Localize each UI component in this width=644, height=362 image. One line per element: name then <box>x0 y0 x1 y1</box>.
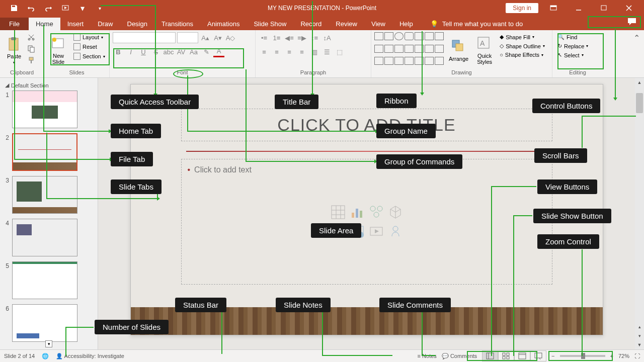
shapes-gallery[interactable] <box>374 32 444 68</box>
replace-button[interactable]: ↻Replace▾ <box>555 42 590 50</box>
comments-button[interactable]: 💬 Comments <box>442 353 477 359</box>
thumbnail-nav-dropdown[interactable]: ▾ <box>45 340 52 347</box>
tab-help[interactable]: Help <box>392 18 420 30</box>
shape-hex-icon[interactable] <box>394 45 404 53</box>
shape-brace-icon[interactable] <box>425 45 434 53</box>
slideshow-view-button[interactable] <box>530 350 546 361</box>
spacing-button[interactable]: AV <box>176 46 187 57</box>
zoom-out-button[interactable]: − <box>551 353 554 359</box>
tab-home[interactable]: Home <box>29 18 60 30</box>
maximize-button[interactable] <box>594 1 614 15</box>
format-painter-icon[interactable] <box>27 56 35 66</box>
shape-curve-icon[interactable] <box>374 57 383 65</box>
fit-to-window-button[interactable]: ⛶ <box>634 353 640 359</box>
highlight-button[interactable]: ✎ <box>201 46 212 57</box>
line-spacing-button[interactable]: ↕≡ <box>309 32 320 43</box>
normal-view-button[interactable] <box>482 350 498 361</box>
tab-view[interactable]: View <box>364 18 392 30</box>
reset-button[interactable]: Reset <box>71 43 107 51</box>
strikethrough-button[interactable]: S̶ <box>150 46 162 57</box>
align-text-button[interactable]: ☰ <box>321 46 333 57</box>
slide-thumbnail-4[interactable] <box>12 219 77 256</box>
shape-arrow2-icon[interactable] <box>405 45 414 53</box>
font-size-select[interactable] <box>177 32 198 43</box>
slide-thumbnail-2[interactable] <box>12 133 77 171</box>
shape-action-icon[interactable] <box>425 57 434 65</box>
insert-chart-icon[interactable] <box>348 203 366 221</box>
underline-button[interactable]: U <box>138 46 149 57</box>
qat-dropdown-icon[interactable]: ▾ <box>78 4 87 12</box>
italic-button[interactable]: I <box>125 46 136 57</box>
tab-draw[interactable]: Draw <box>91 18 120 30</box>
section-button[interactable]: Section▾ <box>71 52 107 60</box>
new-slide-button[interactable]: New Slide <box>47 32 69 68</box>
sign-in-button[interactable]: Sign in <box>506 3 538 13</box>
copy-icon[interactable] <box>27 45 35 55</box>
slide-thumbnail-3[interactable] <box>12 176 77 214</box>
close-button[interactable] <box>619 1 639 15</box>
decrease-indent-button[interactable]: ◀≡ <box>284 32 295 43</box>
zoom-in-button[interactable]: + <box>610 353 613 359</box>
shape-brace2-icon[interactable] <box>435 45 444 53</box>
shape-expand-icon[interactable] <box>435 57 444 65</box>
shape-penta-icon[interactable] <box>384 45 393 53</box>
shape-oval-icon[interactable] <box>394 32 404 40</box>
insert-3d-icon[interactable] <box>386 203 405 221</box>
arrange-button[interactable]: Arrange <box>446 32 471 68</box>
insert-video-icon[interactable] <box>367 222 385 240</box>
redo-icon[interactable] <box>44 4 52 12</box>
undo-icon[interactable] <box>27 4 35 12</box>
shape-star2-icon[interactable] <box>405 57 414 65</box>
shape-fill-button[interactable]: ◆Shape Fill▾ <box>498 33 547 41</box>
comments-pane-icon[interactable] <box>627 18 636 30</box>
shape-line-icon[interactable] <box>374 32 383 40</box>
align-right-button[interactable]: ≡ <box>284 46 295 57</box>
minimize-button[interactable] <box>569 1 589 15</box>
shape-tri-icon[interactable] <box>374 45 383 53</box>
ribbon-display-icon[interactable] <box>543 1 564 15</box>
content-placeholder[interactable]: Click to add text <box>181 159 552 285</box>
save-icon[interactable] <box>10 4 18 12</box>
text-direction-button[interactable]: ↕A <box>321 32 333 43</box>
collapse-ribbon-icon[interactable]: ⌃ <box>633 33 640 43</box>
title-placeholder[interactable]: CLICK TO ADD TITLE <box>181 109 552 141</box>
slide-thumbnail-1[interactable] <box>12 90 77 128</box>
align-left-button[interactable]: ≡ <box>259 46 270 57</box>
numbering-button[interactable]: 1≡ <box>271 32 282 43</box>
shape-conn-icon[interactable] <box>384 57 393 65</box>
reading-view-button[interactable] <box>514 350 530 361</box>
tab-insert[interactable]: Insert <box>60 18 91 30</box>
slide-counter[interactable]: Slide 2 of 14 <box>4 353 35 359</box>
bullets-button[interactable]: •≡ <box>259 32 270 43</box>
tab-animations[interactable]: Animations <box>200 18 247 30</box>
decrease-font-icon[interactable]: A▾ <box>212 32 223 43</box>
select-button[interactable]: ↖Select▾ <box>555 51 590 59</box>
slide-thumbnail-6[interactable] <box>12 304 77 342</box>
smartart-button[interactable]: ⬚ <box>334 46 345 57</box>
shape-rect-icon[interactable] <box>384 32 393 40</box>
increase-indent-button[interactable]: ≡▶ <box>296 32 307 43</box>
tab-record[interactable]: Record <box>293 18 329 30</box>
quick-styles-button[interactable]: A Quick Styles <box>473 32 496 68</box>
scroll-down-icon[interactable]: ▾ <box>635 331 644 340</box>
tell-me-search[interactable]: 💡 Tell me what you want to do <box>430 20 523 30</box>
find-button[interactable]: 🔍Find <box>555 33 590 41</box>
insert-icon-icon[interactable] <box>386 222 405 240</box>
align-center-button[interactable]: ≡ <box>271 46 282 57</box>
shape-more-icon[interactable] <box>435 32 444 40</box>
slide-thumbnail-5[interactable] <box>12 261 77 299</box>
vertical-scrollbar[interactable]: ▲ ▴ ▾ ▼ <box>635 78 644 349</box>
zoom-level[interactable]: 72% <box>618 353 629 359</box>
change-case-button[interactable]: Aa <box>188 46 199 57</box>
insert-table-icon[interactable] <box>329 203 347 221</box>
tab-slideshow[interactable]: Slide Show <box>247 18 293 30</box>
start-from-beginning-icon[interactable] <box>61 4 69 12</box>
clear-format-icon[interactable]: A◇ <box>225 32 236 43</box>
sorter-view-button[interactable] <box>498 350 514 361</box>
language-icon[interactable]: 🌐 <box>42 353 49 359</box>
tab-review[interactable]: Review <box>329 18 364 30</box>
insert-smartart-icon[interactable] <box>367 203 385 221</box>
shape-outline-button[interactable]: ◇Shape Outline▾ <box>498 42 547 50</box>
shape-conn2-icon[interactable] <box>394 57 404 65</box>
tab-file[interactable]: File <box>0 18 29 30</box>
